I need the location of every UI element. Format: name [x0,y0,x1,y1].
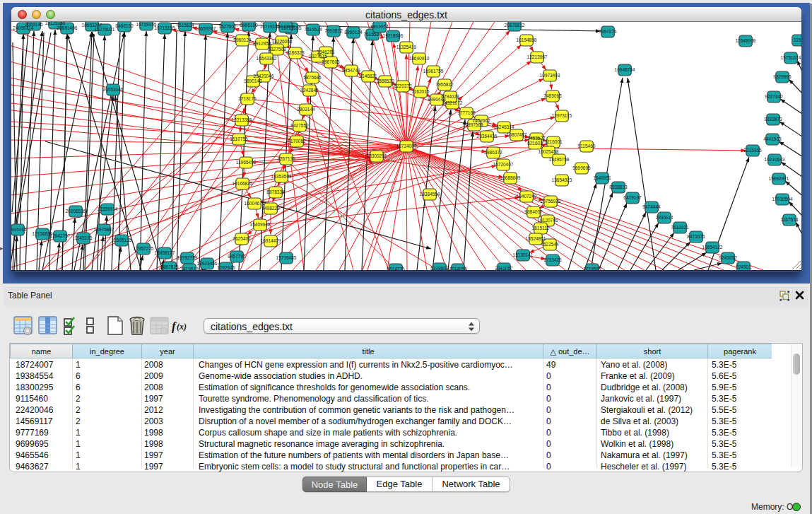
svg-text:1640951: 1640951 [593,175,611,180]
svg-text:9245052: 9245052 [719,255,737,260]
svg-text:9329966: 9329966 [773,74,792,79]
svg-text:1546201: 1546201 [317,49,335,54]
svg-text:16245314: 16245314 [494,124,514,129]
svg-text:12359914: 12359914 [98,206,118,211]
svg-text:17016504: 17016504 [772,197,793,201]
svg-text:9146821: 9146821 [359,74,377,78]
svg-text:7515524: 7515524 [363,32,382,37]
svg-text:8427552: 8427552 [290,123,309,128]
svg-text:10719155: 10719155 [136,22,157,27]
svg-text:12942757: 12942757 [50,233,71,238]
svg-text:9684007: 9684007 [524,209,543,214]
svg-text:10958127: 10958127 [155,250,175,255]
svg-text:15716485: 15716485 [276,255,297,260]
svg-text:20206536: 20206536 [66,209,86,214]
svg-text:18724007: 18724007 [396,144,417,148]
svg-text:9457791: 9457791 [228,254,246,259]
svg-text:13495758: 13495758 [549,157,570,162]
svg-text:13226058: 13226058 [272,39,293,44]
svg-text:8938823: 8938823 [609,185,628,189]
svg-text:8186323: 8186323 [286,50,305,55]
svg-text:16154808: 16154808 [517,37,537,42]
svg-text:2867825: 2867825 [160,264,179,269]
svg-text:19218506: 19218506 [383,33,404,38]
svg-text:16543362: 16543362 [257,56,277,61]
svg-text:7857274: 7857274 [599,29,617,34]
svg-text:9699695: 9699695 [572,165,591,170]
svg-text:11325419: 11325419 [396,45,417,49]
svg-text:2967608: 2967608 [322,59,340,64]
svg-text:16648784: 16648784 [615,67,635,72]
svg-text:18640910: 18640910 [409,56,430,61]
svg-text:9327515: 9327515 [309,54,327,59]
svg-text:13654923: 13654923 [552,177,572,182]
svg-text:16782759: 16782759 [177,255,198,260]
svg-text:8912954: 8912954 [253,41,271,46]
svg-text:8471676: 8471676 [687,234,705,239]
svg-text:2935114: 2935114 [656,215,673,220]
svg-text:15692971: 15692971 [769,176,789,181]
svg-text:1588520: 1588520 [376,78,394,83]
svg-text:7515524: 7515524 [176,23,194,28]
svg-text:621601: 621601 [527,141,543,146]
svg-text:9115460: 9115460 [578,144,596,148]
svg-text:3915161: 3915161 [11,227,27,232]
svg-text:8960124: 8960124 [344,30,363,35]
svg-text:20756928: 20756928 [541,199,561,204]
svg-text:8960124: 8960124 [233,37,252,42]
svg-text:19166825: 19166825 [233,181,253,186]
svg-text:8813054: 8813054 [370,24,389,29]
svg-text:10720407: 10720407 [493,162,514,167]
svg-text:4170062: 4170062 [288,139,306,144]
svg-text:1733426: 1733426 [543,257,562,262]
svg-text:10025458: 10025458 [539,149,559,154]
svg-text:13524851: 13524851 [526,236,546,241]
svg-text:924501: 924501 [736,264,751,269]
svg-text:12213383: 12213383 [232,117,252,122]
svg-text:9227342: 9227342 [765,94,783,99]
svg-text:16713155: 16713155 [155,25,175,30]
svg-text:6466160: 6466160 [115,23,134,28]
svg-text:11548008: 11548008 [736,38,756,43]
svg-text:10653267: 10653267 [196,26,216,31]
svg-text:2069146: 2069146 [25,22,43,27]
svg-text:9242845: 9242845 [300,88,319,93]
svg-text:1615112: 1615112 [532,226,550,230]
svg-text:8878334: 8878334 [266,189,285,194]
svg-text:1145193: 1145193 [75,235,93,240]
svg-text:14353594: 14353594 [271,174,292,179]
svg-text:7625402: 7625402 [233,236,251,241]
svg-text:5875685: 5875685 [303,75,322,80]
svg-text:7955812: 7955812 [435,82,454,87]
svg-text:6897568: 6897568 [465,122,483,127]
svg-text:9474444: 9474444 [642,204,661,209]
svg-text:18300295: 18300295 [367,153,387,158]
svg-text:9777169: 9777169 [457,110,476,115]
svg-text:7485063: 7485063 [543,93,562,98]
svg-text:9216001: 9216001 [544,139,563,144]
svg-text:1167534: 1167534 [781,217,799,222]
svg-text:(x): (x) [177,322,187,332]
svg-text:7663822: 7663822 [324,28,343,33]
svg-text:10688609: 10688609 [500,175,521,180]
svg-text:10973493: 10973493 [540,73,560,78]
svg-text:6466160: 6466160 [240,23,258,28]
svg-text:2803144: 2803144 [297,107,315,112]
svg-text:6479197: 6479197 [623,195,642,200]
svg-text:3267130: 3267130 [277,156,295,161]
svg-text:19384554: 19384554 [420,192,440,197]
svg-text:20876812: 20876812 [505,23,525,28]
svg-text:9890143: 9890143 [244,78,262,83]
svg-text:16033809: 16033809 [276,24,296,29]
svg-text:10210643: 10210643 [765,157,785,162]
svg-text:4522544: 4522544 [541,242,559,247]
svg-text:17957225: 17957225 [134,246,154,251]
svg-text:16120746: 16120746 [538,218,558,223]
svg-text:26053346: 26053346 [103,87,124,92]
svg-text:2718176: 2718176 [238,96,257,101]
svg-text:20691406: 20691406 [57,25,78,30]
svg-text:16004676: 16004676 [245,201,265,206]
svg-text:1610755: 1610755 [230,136,248,141]
svg-text:15409948: 15409948 [250,222,271,227]
svg-text:15276021: 15276021 [95,27,115,32]
